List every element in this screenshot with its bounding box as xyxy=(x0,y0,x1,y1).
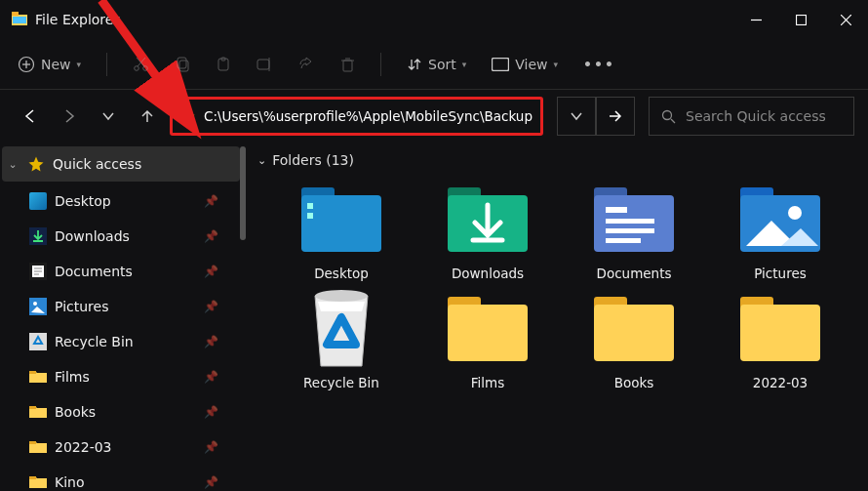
svg-rect-59 xyxy=(594,305,674,361)
back-button[interactable] xyxy=(14,100,47,133)
folder-films[interactable]: Films xyxy=(429,291,546,390)
star-icon xyxy=(27,155,45,173)
sidebar-quick-access[interactable]: ⌄ Quick access xyxy=(2,146,240,182)
sidebar-item-label: Pictures xyxy=(55,299,108,314)
svg-rect-15 xyxy=(178,58,186,68)
sidebar-item-label: Films xyxy=(55,369,90,385)
folders-group-header[interactable]: ⌄ Folders (13) xyxy=(256,152,860,168)
nav-row: C:\Users\%userprofile%\Apple\MobileSync\… xyxy=(0,90,868,143)
chevron-down-icon: ⌄ xyxy=(257,154,266,167)
new-button[interactable]: New ▾ xyxy=(18,56,81,73)
svg-rect-57 xyxy=(448,305,528,361)
sidebar-item-pictures[interactable]: Pictures 📌 xyxy=(0,289,234,324)
pin-icon: 📌 xyxy=(204,405,218,419)
recent-button[interactable] xyxy=(92,100,125,133)
svg-point-55 xyxy=(315,290,368,302)
pin-icon: 📌 xyxy=(204,440,218,454)
recycle-bin-large-icon xyxy=(297,291,385,365)
svg-line-13 xyxy=(138,58,145,66)
paste-button[interactable] xyxy=(216,57,231,72)
svg-rect-49 xyxy=(606,219,654,224)
svg-point-54 xyxy=(788,206,802,220)
download-icon xyxy=(29,227,47,245)
svg-rect-42 xyxy=(307,203,313,209)
scissors-icon xyxy=(133,56,149,72)
desktop-icon xyxy=(29,192,47,210)
sort-button[interactable]: Sort ▾ xyxy=(407,57,466,72)
folder-label: Books xyxy=(614,375,654,390)
window-title: File Explorer xyxy=(35,12,119,27)
folder-recycle-bin[interactable]: Recycle Bin xyxy=(283,291,400,390)
folder-icon xyxy=(29,403,47,421)
sidebar-item-2022-03[interactable]: 2022-03 📌 xyxy=(0,430,234,465)
view-icon xyxy=(492,58,509,71)
toolbar: New ▾ Sort ▾ View ▾ ••• xyxy=(0,39,868,90)
folder-icon xyxy=(736,291,824,365)
content-pane: ⌄ Folders (13) Desktop Downloads Documen… xyxy=(248,143,868,491)
close-button[interactable] xyxy=(823,0,868,39)
address-text: C:\Users\%userprofile%\Apple\MobileSync\… xyxy=(204,108,533,124)
address-history-button[interactable] xyxy=(557,97,596,136)
folder-label: 2022-03 xyxy=(753,375,808,390)
folder-label: Downloads xyxy=(452,266,524,281)
forward-button[interactable] xyxy=(53,100,86,133)
scrollbar[interactable] xyxy=(240,146,246,240)
svg-rect-50 xyxy=(606,228,654,233)
svg-point-34 xyxy=(33,302,37,306)
svg-line-26 xyxy=(671,119,675,123)
rename-button[interactable] xyxy=(256,57,273,72)
folder-downloads[interactable]: Downloads xyxy=(429,182,546,281)
chevron-down-icon: ▾ xyxy=(462,60,467,69)
sidebar-item-books[interactable]: Books 📌 xyxy=(0,394,234,430)
sidebar-item-documents[interactable]: Documents 📌 xyxy=(0,254,234,289)
maximize-button[interactable] xyxy=(778,0,823,39)
go-button[interactable] xyxy=(596,97,635,136)
pin-icon: 📌 xyxy=(204,229,218,243)
svg-rect-36 xyxy=(29,371,36,374)
folder-label: Desktop xyxy=(314,266,369,281)
folder-pictures[interactable]: Pictures xyxy=(722,182,839,281)
svg-rect-16 xyxy=(179,61,188,71)
svg-rect-38 xyxy=(29,441,36,444)
sort-icon xyxy=(407,57,422,72)
sidebar-item-recycle-bin[interactable]: Recycle Bin 📌 xyxy=(0,324,234,359)
up-button[interactable] xyxy=(131,100,164,133)
folder-2022-03[interactable]: 2022-03 xyxy=(722,291,839,390)
search-box[interactable]: Search Quick access xyxy=(649,97,854,136)
folder-icon xyxy=(29,438,47,456)
svg-rect-61 xyxy=(740,305,820,361)
sidebar-header-label: Quick access xyxy=(53,156,141,172)
chevron-down-icon: ▾ xyxy=(554,60,559,69)
pictures-folder-icon xyxy=(736,182,824,256)
sidebar-item-kino[interactable]: Kino 📌 xyxy=(0,465,234,491)
copy-button[interactable] xyxy=(175,57,190,72)
document-icon xyxy=(29,263,47,280)
paste-icon xyxy=(216,57,231,72)
folder-desktop[interactable]: Desktop xyxy=(283,182,400,281)
address-bar[interactable]: C:\Users\%userprofile%\Apple\MobileSync\… xyxy=(170,97,543,136)
svg-point-11 xyxy=(135,66,139,71)
sidebar-item-films[interactable]: Films 📌 xyxy=(0,359,234,394)
pictures-icon xyxy=(29,298,47,315)
ellipsis-icon: ••• xyxy=(583,57,615,72)
titlebar: File Explorer xyxy=(0,0,868,39)
folder-icon xyxy=(29,473,47,491)
folder-icon xyxy=(444,291,532,365)
search-placeholder: Search Quick access xyxy=(686,108,826,124)
sidebar-item-desktop[interactable]: Desktop 📌 xyxy=(0,184,234,219)
folder-documents[interactable]: Documents xyxy=(575,182,692,281)
pin-icon: 📌 xyxy=(204,370,218,384)
share-button[interactable] xyxy=(298,57,315,72)
sidebar-item-downloads[interactable]: Downloads 📌 xyxy=(0,219,234,254)
delete-button[interactable] xyxy=(340,57,355,72)
view-button[interactable]: View ▾ xyxy=(492,57,558,72)
folder-icon xyxy=(29,368,47,386)
cut-button[interactable] xyxy=(133,56,149,72)
svg-rect-19 xyxy=(257,60,269,69)
folder-books[interactable]: Books xyxy=(575,291,692,390)
trash-icon xyxy=(340,57,355,72)
minimize-button[interactable] xyxy=(733,0,778,39)
recycle-bin-icon xyxy=(29,333,47,350)
sort-label: Sort xyxy=(428,57,456,72)
more-button[interactable]: ••• xyxy=(583,57,615,72)
